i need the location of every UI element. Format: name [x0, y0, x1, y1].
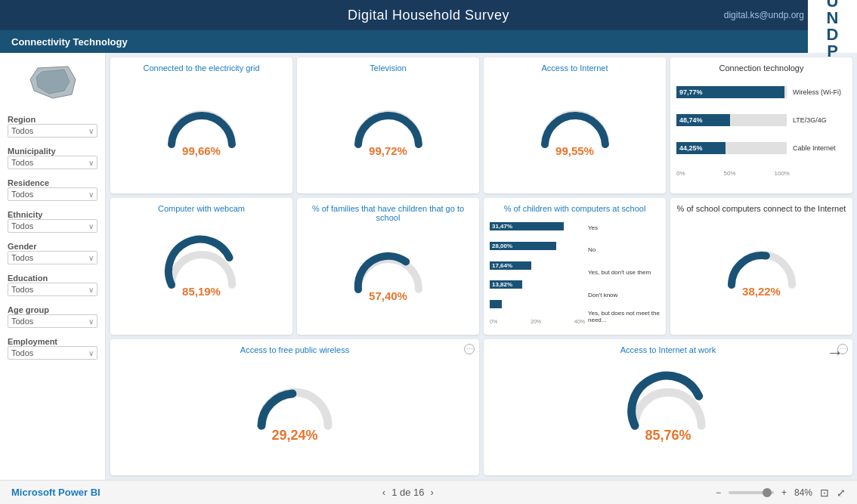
hbar-label-needmore: Yes, but does not meet the need...	[588, 312, 660, 323]
sub-header-title: Connectivity Technology	[11, 36, 128, 48]
expand-icon[interactable]: ⤢	[837, 487, 846, 499]
hbar-row-yes: 31,47%	[490, 221, 585, 231]
card-school-internet-title: % of school computers connect to the Int…	[676, 204, 846, 213]
gauge-electricity-value: 99,66%	[182, 144, 221, 157]
hbar-row-dontknow: 13,82%	[490, 280, 585, 290]
powerbi-link[interactable]: Microsoft Power BI	[11, 487, 101, 498]
axis-50: 50%	[724, 170, 736, 177]
hbar-bars: 31,47% 28,00% 17,64%	[490, 216, 585, 328]
card-internet-work: Access to Internet at work ⋯ 85,76%	[484, 339, 852, 475]
zoom-controls: − + 84% ⊡ ⤢	[716, 487, 846, 499]
card-television: Television 99,72%	[297, 57, 479, 193]
card-children-computers-title: % of children with computers at school	[490, 204, 660, 213]
filter-region-label: Region	[8, 115, 97, 124]
bar-cable-value: 44,25%	[679, 144, 703, 152]
bar-row-wifi: 97,77% Wireless (Wi-Fi)	[676, 86, 846, 98]
filter-ethnicity: Ethnicity Todos∨	[8, 207, 97, 233]
gauge-television-value: 99,72%	[369, 144, 407, 157]
filter-municipality-select[interactable]: Todos∨	[8, 156, 97, 169]
filter-gender: Gender Todos∨	[8, 239, 97, 264]
page-next-button[interactable]: ›	[431, 487, 434, 498]
hbar-labels: Yes No Yes, but don't use them Don't kno…	[588, 216, 660, 328]
filter-employment-label: Employment	[8, 337, 97, 346]
gauge-internet-svg	[537, 107, 613, 148]
filter-employment-select[interactable]: Todos∨	[8, 346, 97, 360]
gauge-webcam-svg	[164, 247, 240, 289]
hbar-row-no: 28,00%	[490, 240, 585, 251]
haxis-0: 0%	[490, 319, 497, 324]
filter-gender-select[interactable]: Todos∨	[8, 251, 97, 264]
gauge-internet-work: 85,76%	[490, 357, 846, 469]
page-indicator: 1 de 16	[391, 487, 424, 498]
gauge-school-internet-svg	[724, 247, 800, 289]
gauge-families: 57,40%	[303, 225, 473, 328]
content-grid: Connected to the electricity grid 99,66%…	[106, 53, 857, 480]
page-navigation: ‹ 1 de 16 ›	[382, 487, 434, 498]
free-wireless-info-icon[interactable]: ⋯	[464, 344, 475, 354]
axis-0: 0%	[676, 170, 685, 177]
hbar-chart: 31,47% 28,00% 17,64%	[490, 216, 660, 328]
hbar-label-no: No	[588, 245, 660, 255]
filter-residence-select[interactable]: Todos∨	[8, 187, 97, 201]
gauge-internet-value: 99,55%	[555, 144, 594, 157]
zoom-plus-button[interactable]: +	[781, 487, 787, 498]
card-children-computers: % of children with computers at school 3…	[484, 198, 666, 334]
card-internet: Access to Internet 99,55%	[484, 57, 666, 193]
gauge-internet-work-svg	[627, 382, 710, 431]
filter-education-select[interactable]: Todos∨	[8, 283, 97, 296]
card-free-wireless: Access to free public wireless ⋯ 29,24%	[110, 339, 479, 475]
gauge-television: 99,72%	[303, 76, 473, 187]
card-electricity-title: Connected to the electricity grid	[116, 63, 286, 73]
card-television-title: Television	[303, 63, 473, 73]
card-families-school: % of families that have children that go…	[297, 198, 479, 334]
gauge-webcam-value: 85,19%	[182, 285, 221, 298]
gauge-school-internet: 38,22%	[676, 216, 846, 328]
hbar-axis: 0% 20% 40%	[490, 319, 585, 324]
bar-row-cable: 44,25% Cable Internet	[676, 142, 846, 154]
haxis-20: 20%	[531, 319, 541, 324]
card-internet-title: Access to Internet	[490, 63, 660, 73]
bar-wifi-value: 97,77%	[679, 88, 703, 96]
card-families-school-title: % of families that have children that go…	[303, 204, 473, 222]
hbar-label-dontuse: Yes, but don't use them	[588, 267, 660, 277]
next-arrow-button[interactable]: →	[827, 343, 843, 363]
zoom-minus-button[interactable]: −	[716, 487, 721, 498]
filter-age-select[interactable]: Todos∨	[8, 314, 97, 328]
hbar-label-yes: Yes	[588, 222, 660, 233]
hbar-row-dontuse: 17,64%	[490, 260, 585, 271]
filter-ethnicity-select[interactable]: Todos∨	[8, 219, 97, 233]
card-internet-work-title: Access to Internet at work	[490, 345, 846, 354]
card-electricity: Connected to the electricity grid 99,66%	[110, 57, 292, 193]
bar-lte-value: 48,74%	[679, 116, 703, 124]
filter-age: Age group Todos∨	[8, 302, 97, 328]
hbar-dontknow-value: 13,82%	[492, 281, 512, 288]
filter-education-label: Education	[8, 274, 97, 283]
zoom-slider[interactable]	[729, 491, 774, 494]
bottom-bar: Microsoft Power BI ‹ 1 de 16 › − + 84% ⊡…	[0, 480, 857, 504]
filter-education: Education Todos∨	[8, 271, 97, 296]
page-prev-button[interactable]: ‹	[382, 487, 385, 498]
zoom-thumb[interactable]	[763, 488, 772, 497]
fit-screen-icon[interactable]: ⊡	[820, 487, 829, 499]
filter-gender-label: Gender	[8, 242, 97, 251]
card-free-wireless-title: Access to free public wireless	[116, 345, 473, 354]
gauge-free-wireless-svg	[253, 382, 336, 431]
bar-lte-label: LTE/3G/4G	[790, 116, 846, 124]
filter-region-select[interactable]: Todos∨	[8, 124, 97, 138]
gauge-television-svg	[351, 107, 426, 148]
bar-chart-connection: 97,77% Wireless (Wi-Fi) 48,74% LTE/3G/4G	[676, 76, 846, 187]
filter-municipality: Municipality Todos∨	[8, 144, 97, 169]
card-school-internet: % of school computers connect to the Int…	[670, 198, 852, 334]
haxis-40: 40%	[574, 319, 585, 324]
hbar-label-dontknow: Don't know	[588, 289, 660, 300]
card-connection-tech-title: Connection technology	[676, 63, 846, 73]
zoom-level: 84%	[794, 487, 812, 498]
axis-100: 100%	[775, 170, 790, 177]
card-webcam: Computer with webcam 85,19%	[110, 198, 292, 334]
hbar-needmore-bar	[490, 300, 502, 308]
bar-cable-label: Cable Internet	[790, 144, 846, 152]
gauge-families-svg	[351, 252, 426, 293]
gauge-internet-work-value: 85,76%	[645, 428, 691, 444]
gauge-internet: 99,55%	[490, 76, 660, 187]
card-connection-tech: Connection technology 97,77% Wireless (W…	[670, 57, 852, 193]
